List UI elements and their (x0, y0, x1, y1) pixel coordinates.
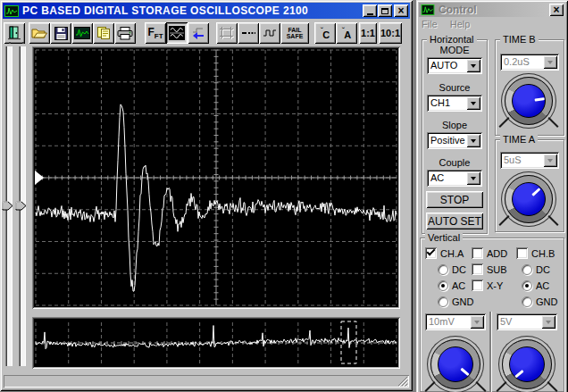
control-close-button[interactable]: × (549, 4, 564, 16)
knob-pointer (531, 188, 540, 196)
stop-label: STOP (440, 194, 469, 206)
control-icon (421, 4, 435, 15)
slope-combo-button[interactable] (466, 134, 480, 147)
close-icon: × (397, 6, 404, 15)
stop-button[interactable]: STOP (426, 191, 483, 208)
calibrate-a-button[interactable]: ˇA (336, 22, 357, 44)
control-title: Control (439, 4, 549, 16)
control-window: Control × File Help Horizontal MODE AUTO… (416, 0, 568, 392)
ch-b-checkbox[interactable] (516, 247, 528, 259)
close-button[interactable]: × (394, 4, 408, 17)
slope-combo[interactable]: Positive (427, 132, 482, 149)
ch-a-dc-radio[interactable] (438, 264, 448, 275)
chevron-down-icon (471, 139, 476, 143)
mode-combo-button[interactable] (466, 59, 480, 72)
calibrate-a-label: ˇA (342, 27, 351, 40)
print-button[interactable] (114, 22, 136, 44)
dotted-trace-button[interactable] (238, 22, 259, 44)
app-icon (4, 5, 19, 17)
display-capture-button[interactable] (71, 22, 93, 44)
single-shot-button[interactable] (188, 22, 209, 44)
oscilloscope-window: PC BASED DIGITAL STORAGE OSCILLOSCOPE 21… (0, 0, 413, 391)
time-b-combo[interactable]: 0.2uS (500, 54, 559, 71)
fft-button[interactable]: FFT (145, 22, 166, 44)
main-titlebar[interactable]: PC BASED DIGITAL STORAGE OSCILLOSCOPE 21… (3, 3, 410, 19)
time-b-group-label: TIME B (500, 34, 539, 45)
trigger-marker[interactable] (35, 171, 44, 185)
square-wave-icon (263, 27, 277, 39)
save-floppy-icon (54, 27, 68, 40)
add-label: ADD (487, 248, 507, 259)
source-label: Source (422, 82, 488, 93)
auto-set-button[interactable]: AUTO SET (426, 213, 483, 229)
ch-a-gnd-radio[interactable] (438, 296, 448, 307)
maximize-button[interactable] (378, 4, 392, 17)
couple-combo-button[interactable] (466, 171, 480, 185)
step-back-arrow-icon (190, 27, 206, 40)
time-b-knob[interactable] (505, 77, 553, 125)
ch-b-knob-face (509, 346, 545, 382)
ch-b-position-thumb[interactable] (15, 200, 28, 212)
xy-checkbox[interactable] (472, 279, 483, 291)
ch-a-checkbox[interactable] (425, 247, 437, 259)
knob-pointer (535, 97, 545, 102)
save-button[interactable] (50, 22, 71, 44)
menu-file[interactable]: File (422, 19, 438, 31)
ch-b-volts-combo[interactable]: 5V (497, 313, 557, 330)
ch-b-ac-radio[interactable] (522, 280, 532, 291)
sub-checkbox[interactable] (472, 263, 483, 275)
ch-a-volts-combo-button[interactable] (470, 315, 484, 329)
control-titlebar[interactable]: Control × (419, 3, 565, 17)
dashed-line-icon (241, 27, 255, 39)
failsafe-button[interactable]: FAIL SAFE (280, 22, 309, 44)
source-combo-button[interactable] (466, 96, 480, 110)
ch-a-volts-combo[interactable]: 10mV (425, 313, 486, 330)
sine-waves-icon (169, 26, 185, 40)
ch-a-gain-knob[interactable] (430, 339, 480, 389)
add-checkbox[interactable] (472, 247, 483, 259)
chevron-down-icon (471, 64, 476, 68)
pulse-trace-button[interactable] (259, 22, 280, 44)
calibrate-c-button[interactable]: ˇC (314, 22, 336, 44)
mode-combo[interactable]: AUTO (427, 57, 482, 74)
time-b-combo-button[interactable] (543, 55, 557, 69)
minimize-icon (367, 13, 373, 15)
ch-a-gnd-label: GND (452, 296, 473, 307)
minimize-button[interactable] (363, 4, 377, 17)
failsafe-label: FAIL SAFE (287, 27, 304, 39)
ch-b-gnd-label: GND (536, 296, 557, 307)
grid-toggle-button[interactable] (216, 22, 238, 44)
chevron-down-icon (547, 159, 553, 163)
chevron-down-icon (547, 61, 553, 64)
probe-1-1-label: 1:1 (361, 28, 375, 38)
ch-b-gnd-radio[interactable] (522, 296, 532, 307)
ch-a-position-thumb[interactable] (2, 200, 14, 212)
ch-a-ac-radio[interactable] (438, 280, 448, 291)
time-a-combo-button[interactable] (543, 154, 557, 167)
time-a-combo[interactable]: 5uS (500, 152, 559, 169)
chevron-down-icon (474, 321, 480, 324)
open-button[interactable] (29, 22, 50, 44)
fft-label: FFT (147, 26, 163, 40)
time-a-knob[interactable] (505, 175, 553, 223)
time-a-knob-face (512, 182, 546, 216)
probe-1-1-button[interactable]: 1:1 (359, 22, 377, 44)
source-combo[interactable]: CH1 (427, 95, 482, 112)
couple-combo[interactable]: AC (427, 170, 482, 187)
copy-notes-button[interactable] (93, 22, 114, 44)
ch-a-volts-value: 10mV (429, 313, 470, 330)
ch-b-dc-radio[interactable] (522, 264, 532, 275)
ch-b-volts-combo-button[interactable] (541, 315, 555, 329)
main-scope-display[interactable] (32, 46, 400, 309)
resize-grip[interactable] (397, 375, 408, 387)
menu-help[interactable]: Help (450, 19, 471, 31)
preview-display[interactable] (32, 317, 400, 369)
ch-a-label: CH.A (440, 248, 464, 259)
waveform-mode-button[interactable] (166, 22, 188, 44)
probe-10-1-button[interactable]: 10:1 (379, 22, 402, 44)
ch-b-gain-knob[interactable] (502, 339, 552, 389)
ch-b-dc-label: DC (536, 264, 550, 275)
maximize-icon (381, 8, 388, 14)
exit-button[interactable] (4, 22, 25, 44)
preview-display-svg (34, 319, 398, 367)
